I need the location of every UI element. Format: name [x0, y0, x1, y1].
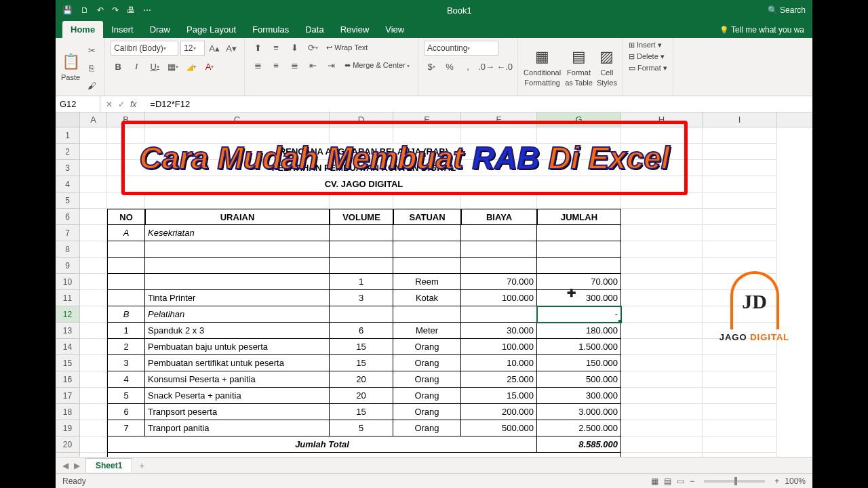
- cell[interactable]: [621, 209, 703, 225]
- number-format-selector[interactable]: Accounting: [424, 41, 498, 56]
- sheet-tab-1[interactable]: Sheet1: [85, 458, 132, 472]
- cell[interactable]: [621, 339, 703, 355]
- cell[interactable]: 4: [107, 371, 145, 388]
- row-4[interactable]: 4: [56, 176, 80, 192]
- cell[interactable]: Orang: [393, 371, 461, 388]
- cell[interactable]: [703, 241, 777, 258]
- cell[interactable]: Spanduk 2 x 3: [145, 323, 330, 339]
- redo-icon[interactable]: ↷: [112, 5, 119, 15]
- cell[interactable]: [461, 306, 537, 323]
- align-middle-icon[interactable]: ≡: [269, 41, 283, 54]
- row-20[interactable]: 20: [56, 436, 80, 453]
- cell[interactable]: 30.000: [461, 323, 537, 339]
- cell[interactable]: [621, 355, 703, 371]
- cell[interactable]: Tranport panitia: [145, 420, 330, 436]
- insert-cells-button[interactable]: ⊞ Insert ▾: [629, 41, 667, 49]
- cell[interactable]: Pembuatan sertifikat untuk peserta: [145, 355, 330, 371]
- cell[interactable]: [80, 453, 107, 457]
- format-as-table-icon[interactable]: ▤: [570, 47, 589, 66]
- copy-icon[interactable]: ⎘: [84, 61, 99, 75]
- cell[interactable]: Reem: [393, 274, 461, 290]
- decrease-decimal-icon[interactable]: ←.0: [497, 60, 512, 73]
- row-3[interactable]: 3: [56, 160, 80, 176]
- bold-button[interactable]: B: [111, 60, 125, 73]
- cut-icon[interactable]: ✂: [84, 43, 99, 57]
- cell[interactable]: 2.500.000: [537, 420, 621, 436]
- row-8[interactable]: 8: [56, 241, 80, 258]
- cell[interactable]: Tinta Printer: [145, 290, 330, 306]
- align-top-icon[interactable]: ⬆: [250, 41, 265, 54]
- cell[interactable]: [621, 241, 703, 258]
- row-6[interactable]: 6: [56, 209, 80, 225]
- total-label[interactable]: Jumlah Total: [107, 436, 537, 453]
- cell[interactable]: 15: [330, 355, 393, 371]
- zoom-level[interactable]: 100%: [785, 476, 806, 486]
- cell[interactable]: [621, 225, 703, 241]
- row-14[interactable]: 14: [56, 339, 80, 355]
- cell[interactable]: 500.000: [537, 371, 621, 388]
- cell[interactable]: [80, 176, 107, 192]
- tab-formulas[interactable]: Formulas: [244, 21, 297, 38]
- cell[interactable]: [461, 225, 537, 241]
- border-button[interactable]: ▦: [165, 60, 180, 73]
- tab-page-layout[interactable]: Page Layout: [178, 21, 244, 38]
- align-right-icon[interactable]: ≣: [287, 58, 302, 72]
- tell-me[interactable]: Tell me what you wa: [711, 22, 812, 38]
- align-bottom-icon[interactable]: ⬇: [287, 41, 302, 54]
- cell[interactable]: [80, 160, 107, 176]
- cell[interactable]: Konsumsi Peserta + panitia: [145, 371, 330, 388]
- cell[interactable]: [145, 241, 330, 258]
- cell[interactable]: [107, 290, 145, 306]
- col-I[interactable]: I: [703, 113, 777, 127]
- cancel-formula-icon[interactable]: ✕: [106, 100, 113, 109]
- row-13[interactable]: 13: [56, 323, 80, 339]
- cell[interactable]: [393, 258, 461, 274]
- cell[interactable]: SATUAN: [393, 209, 461, 225]
- select-all-corner[interactable]: [56, 113, 80, 127]
- row-15[interactable]: 15: [56, 355, 80, 371]
- cell[interactable]: [621, 274, 703, 290]
- cell[interactable]: [80, 127, 107, 144]
- cell[interactable]: [80, 371, 107, 388]
- name-box[interactable]: G12: [56, 96, 100, 112]
- cell[interactable]: [703, 453, 777, 457]
- align-left-icon[interactable]: ≣: [250, 58, 265, 72]
- tab-insert[interactable]: Insert: [103, 21, 142, 38]
- font-color-button[interactable]: A: [202, 60, 217, 73]
- cell[interactable]: [80, 144, 107, 160]
- cell[interactable]: 8.585.000: [537, 436, 621, 453]
- row-17[interactable]: 17: [56, 388, 80, 404]
- cell[interactable]: [621, 371, 703, 388]
- cell[interactable]: [621, 290, 703, 306]
- cell[interactable]: [703, 127, 777, 144]
- underline-button[interactable]: U: [147, 60, 162, 73]
- row-21[interactable]: 21: [56, 453, 80, 457]
- cell[interactable]: [80, 258, 107, 274]
- fill-color-button[interactable]: ◢: [184, 60, 199, 73]
- cell[interactable]: Kesekriatan: [145, 225, 330, 241]
- cell[interactable]: 300.000: [537, 388, 621, 404]
- cell[interactable]: [703, 144, 777, 160]
- cell[interactable]: 6: [107, 404, 145, 420]
- cell[interactable]: [703, 176, 777, 192]
- formula-input[interactable]: =D12*F12: [146, 99, 812, 109]
- autosave-icon[interactable]: 🗋: [81, 5, 89, 15]
- row-10[interactable]: 10: [56, 274, 80, 290]
- cell[interactable]: NO: [107, 209, 145, 225]
- save-icon[interactable]: 💾: [62, 5, 73, 15]
- cell[interactable]: Meter: [393, 323, 461, 339]
- cell[interactable]: [703, 160, 777, 176]
- row-18[interactable]: 18: [56, 404, 80, 420]
- cell[interactable]: Tranpsort peserta: [145, 404, 330, 420]
- cell[interactable]: 1: [107, 323, 145, 339]
- cell[interactable]: [330, 225, 393, 241]
- cell[interactable]: 300.000: [537, 290, 621, 306]
- cell[interactable]: 20: [330, 388, 393, 404]
- cell[interactable]: [80, 241, 107, 258]
- cell[interactable]: [330, 241, 393, 258]
- cell[interactable]: 25.000: [461, 371, 537, 388]
- row-11[interactable]: 11: [56, 290, 80, 306]
- row-7[interactable]: 7: [56, 225, 80, 241]
- cell[interactable]: 1: [330, 274, 393, 290]
- currency-icon[interactable]: $: [424, 60, 439, 73]
